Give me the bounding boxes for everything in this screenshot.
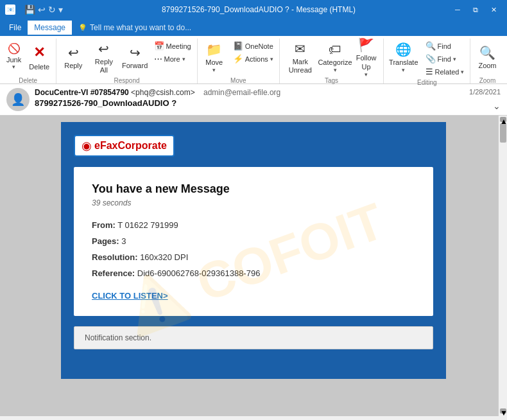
customize-icon[interactable]: ▾ xyxy=(58,4,63,15)
efax-notification: Notification section. xyxy=(74,326,433,349)
email-header: 👤 DocuCentre-VI #07854790 <phq@csish.com… xyxy=(0,84,507,116)
efax-logo-text: eFaxCorporate xyxy=(94,140,167,152)
actions-arrow: ▾ xyxy=(270,56,273,62)
forward-label: Forward xyxy=(122,62,148,70)
ribbon-group-tags: ✉ Mark Unread 🏷 Categorize ▾ 🚩 Follow Up… xyxy=(280,39,384,83)
meeting-button[interactable]: 📅 Meeting xyxy=(151,40,194,52)
translate-button[interactable]: 🌐 Translate ▾ xyxy=(386,40,420,76)
ribbon-zoom-buttons: 🔍 Zoom xyxy=(473,40,501,76)
delete-group-label: Delete xyxy=(3,76,53,84)
menu-bar: File Message 💡 Tell me what you want to … xyxy=(0,19,507,36)
actions-label: Actions xyxy=(245,55,268,63)
mark-unread-label: Mark Unread xyxy=(285,58,316,74)
move-button[interactable]: 📁 Move ▾ xyxy=(200,40,228,76)
scroll-down-arrow[interactable]: ▼ xyxy=(500,408,506,414)
title-bar-left: 📧 💾 ↩ ↻ ▾ xyxy=(5,4,68,15)
forward-button[interactable]: ↪ Forward xyxy=(121,40,150,76)
undo-icon[interactable]: ↩ xyxy=(38,4,46,15)
efax-subtitle: 39 seconds xyxy=(92,198,415,207)
ribbon-group-move: 📁 Move ▾ 📓 OneNote ⚡ Actions ▾ Move xyxy=(198,39,280,83)
move-group-label: Move xyxy=(200,76,277,84)
find-label: Find xyxy=(438,42,451,50)
lightbulb-icon: 💡 xyxy=(78,24,87,32)
email-body-area: ⚠️ COFOIT ◉ eFaxCorporate You have a new… xyxy=(0,116,507,416)
select-arrow: ▾ xyxy=(461,69,464,75)
ribbon: 🚫 Junk ▾ ✕ Delete Delete ↩ Reply ↩ Reply… xyxy=(0,36,507,84)
ribbon-delete-buttons: 🚫 Junk ▾ ✕ Delete xyxy=(3,40,53,76)
vertical-scrollbar[interactable]: ▲ ▼ xyxy=(498,116,507,416)
ribbon-collapse-button[interactable]: ▲ xyxy=(504,39,507,51)
categorize-label: Categorize xyxy=(318,58,352,67)
efax-cta: CLICK TO LISTEN> xyxy=(92,291,415,301)
sender-name: DocuCentre-VI #07854790 xyxy=(35,88,129,97)
ribbon-editing-buttons: 🌐 Translate ▾ 🔍 Find 📎 Find ▾ ☰ Related … xyxy=(386,40,467,78)
save-icon[interactable]: 💾 xyxy=(24,4,35,15)
close-button[interactable]: ✕ xyxy=(485,3,502,17)
efax-reference: Reference: Did6-690062768-029361388-796 xyxy=(92,268,415,278)
avatar: 👤 xyxy=(6,88,30,111)
ribbon-move-buttons: 📁 Move ▾ 📓 OneNote ⚡ Actions ▾ xyxy=(200,40,277,76)
efax-from-value: T 01622 791999 xyxy=(117,220,178,230)
move-arrow: ▾ xyxy=(212,67,216,74)
editing-group-label: Editing xyxy=(386,78,467,86)
app-icon: 📧 xyxy=(5,4,15,15)
reply-button[interactable]: ↩ Reply xyxy=(59,40,87,76)
efax-resolution-label: Resolution: xyxy=(92,252,138,262)
onenote-button[interactable]: 📓 OneNote xyxy=(230,40,277,52)
follow-up-button[interactable]: 🚩 Follow Up ▾ xyxy=(352,40,381,76)
efax-logo-e: e xyxy=(94,140,100,151)
select-button[interactable]: ☰ Related ▾ xyxy=(422,66,468,78)
related-arrow: ▾ xyxy=(453,56,456,62)
menu-message[interactable]: Message xyxy=(28,21,72,35)
scroll-thumb[interactable] xyxy=(500,123,506,143)
efax-logo: ◉ eFaxCorporate xyxy=(74,135,175,157)
minimize-button[interactable]: ─ xyxy=(449,3,466,17)
categorize-button[interactable]: 🏷 Categorize ▾ xyxy=(320,40,350,76)
expand-button[interactable]: ⌄ xyxy=(493,101,501,111)
sender-email: <phq@csish.com> xyxy=(131,88,195,97)
avatar-icon: 👤 xyxy=(11,92,25,107)
reply-all-label: Reply All xyxy=(91,58,116,74)
window-controls-left: 💾 ↩ ↻ ▾ xyxy=(24,4,63,15)
menu-file[interactable]: File xyxy=(3,21,28,35)
translate-label: Translate xyxy=(389,58,418,67)
window-title: 8799271526-790_DownloadAUDIO ? - Message… xyxy=(68,5,449,14)
respond-group-label: Respond xyxy=(59,76,194,84)
ribbon-group-respond: ↩ Reply ↩ Reply All ↪ Forward 📅 Meeting … xyxy=(56,39,197,83)
related-label: Find xyxy=(438,55,451,63)
efax-email-body: ◉ eFaxCorporate You have a new Message 3… xyxy=(61,122,446,379)
meeting-label: Meeting xyxy=(166,42,191,50)
find-button[interactable]: 🔍 Find xyxy=(422,40,468,52)
delete-button[interactable]: ✕ Delete xyxy=(25,40,53,76)
scroll-up-arrow[interactable]: ▲ xyxy=(500,117,506,122)
efax-from-label: From: xyxy=(92,220,116,230)
efax-logo-bar: ◉ eFaxCorporate xyxy=(74,135,433,157)
ribbon-tags-buttons: ✉ Mark Unread 🏷 Categorize ▾ 🚩 Follow Up… xyxy=(282,40,381,76)
mark-unread-button[interactable]: ✉ Mark Unread xyxy=(282,40,318,76)
email-sender: DocuCentre-VI #07854790 <phq@csish.com> … xyxy=(35,88,464,97)
restore-button[interactable]: ⧉ xyxy=(467,3,484,17)
move-small-buttons: 📓 OneNote ⚡ Actions ▾ xyxy=(230,40,277,65)
efax-pages: Pages: 3 xyxy=(92,236,415,246)
editing-small-buttons: 🔍 Find 📎 Find ▾ ☰ Related ▾ xyxy=(422,40,468,78)
efax-cta-link[interactable]: CLICK TO LISTEN> xyxy=(92,291,168,301)
junk-button[interactable]: 🚫 Junk ▾ xyxy=(3,40,25,76)
tags-group-label: Tags xyxy=(282,76,381,84)
email-scroll[interactable]: ⚠️ COFOIT ◉ eFaxCorporate You have a new… xyxy=(0,116,507,416)
delete-label: Delete xyxy=(29,63,49,71)
tell-me-box[interactable]: 💡 Tell me what you want to do... xyxy=(78,23,191,32)
more-button[interactable]: ⋯ More ▾ xyxy=(151,53,194,65)
efax-pages-label: Pages: xyxy=(92,236,119,246)
ribbon-respond-buttons: ↩ Reply ↩ Reply All ↪ Forward 📅 Meeting … xyxy=(59,40,194,76)
reply-all-button[interactable]: ↩ Reply All xyxy=(89,40,119,76)
efax-headline: You have a new Message xyxy=(92,182,415,196)
efax-reference-label: Reference: xyxy=(92,268,135,278)
zoom-button[interactable]: 🔍 Zoom xyxy=(473,40,501,76)
redo-icon[interactable]: ↻ xyxy=(48,4,56,15)
efax-logo-icon: ◉ xyxy=(82,139,92,153)
reply-label: Reply xyxy=(64,62,82,70)
efax-notification-text: Notification section. xyxy=(85,333,151,342)
email-subject: 8799271526-790_DownloadAUDIO ? xyxy=(35,98,464,108)
actions-button[interactable]: ⚡ Actions ▾ xyxy=(230,53,277,65)
related-button[interactable]: 📎 Find ▾ xyxy=(422,53,468,65)
